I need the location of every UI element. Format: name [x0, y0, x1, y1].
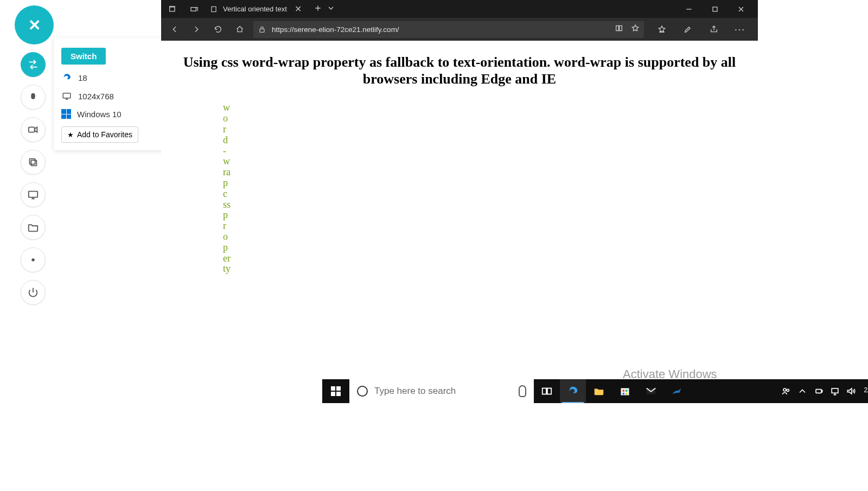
system-tray: [776, 379, 861, 403]
svg-rect-3: [29, 192, 38, 197]
svg-rect-10: [260, 29, 264, 32]
tab-title: Vertical oriented text: [223, 5, 287, 13]
svg-rect-17: [626, 393, 628, 395]
address-bar[interactable]: https://serene-elion-72ce21.netlify.com/: [253, 21, 644, 38]
lock-icon: [258, 25, 266, 34]
favorites-list-icon[interactable]: [654, 21, 670, 37]
windows-taskbar: Type here to search 9:57 AM 2/27/2019 5: [322, 379, 868, 403]
tab-close-icon[interactable]: ✕: [292, 4, 304, 14]
favorite-star-icon[interactable]: [631, 24, 640, 35]
svg-rect-1: [31, 160, 36, 165]
new-tab-button[interactable]: [314, 4, 322, 15]
screen-icon: [61, 91, 72, 101]
session-info-card: Switch 18 1024x768 Windows 10 ★ Add to F…: [54, 38, 172, 150]
svg-rect-11: [542, 388, 546, 394]
side-icons: [21, 52, 46, 305]
share-icon[interactable]: [706, 21, 722, 37]
window-maximize-button[interactable]: [707, 1, 723, 17]
close-icon: [28, 16, 41, 34]
browser-navbar: https://serene-elion-72ce21.netlify.com/: [161, 18, 758, 41]
start-button[interactable]: [322, 379, 349, 403]
windows-icon: [61, 109, 71, 119]
svg-point-18: [783, 388, 786, 391]
power-icon[interactable]: [21, 280, 46, 305]
svg-rect-6: [170, 7, 175, 11]
nav-forward-button[interactable]: [188, 21, 205, 37]
tray-chevron-up-icon[interactable]: [797, 386, 808, 397]
svg-rect-16: [622, 393, 624, 395]
svg-rect-21: [832, 388, 838, 393]
taskbar-app-mail[interactable]: [638, 379, 664, 403]
people-icon[interactable]: [781, 386, 792, 397]
tab-dropdown-icon[interactable]: [327, 4, 335, 15]
svg-rect-0: [29, 127, 35, 132]
reading-view-icon[interactable]: [615, 24, 623, 35]
windows-logo-icon: [331, 386, 341, 396]
browser-row: 18: [61, 72, 164, 83]
network-icon[interactable]: [829, 386, 840, 397]
clock-time: 9:57 AM: [864, 379, 868, 387]
svg-rect-14: [622, 390, 624, 392]
gear-icon[interactable]: [21, 247, 46, 272]
svg-rect-9: [713, 7, 717, 11]
nav-back-button[interactable]: [167, 21, 183, 37]
vertical-text-demo: word-wrap css property: [223, 103, 231, 275]
set-aside-tabs-icon[interactable]: [164, 1, 181, 17]
browser-tab[interactable]: Vertical oriented text ✕: [206, 0, 310, 18]
resolution-label: 1024x768: [78, 92, 114, 101]
svg-rect-20: [816, 390, 821, 393]
nav-home-button[interactable]: [232, 21, 248, 37]
page-heading: Using css word-wrap property as fallback…: [161, 54, 758, 87]
display-icon[interactable]: [21, 182, 46, 207]
window-titlebar: Vertical oriented text ✕: [161, 0, 758, 18]
browser-version-label: 18: [78, 73, 87, 82]
task-view-button[interactable]: [534, 379, 560, 403]
clock-date: 2/27/2019: [864, 387, 868, 394]
tabs-preview-icon[interactable]: [186, 1, 202, 17]
volume-icon[interactable]: [846, 386, 857, 397]
taskbar-app-edge[interactable]: [560, 379, 586, 403]
switch-icon[interactable]: [21, 52, 46, 77]
window-close-button[interactable]: [733, 1, 749, 17]
right-gutter: [758, 0, 868, 491]
resolution-row: 1024x768: [61, 91, 164, 101]
add-favorites-button[interactable]: ★ Add to Favorites: [61, 126, 138, 143]
copy-icon[interactable]: [21, 150, 46, 175]
tool-panel: Switch 18 1024x768 Windows 10 ★ Add to F…: [0, 0, 161, 491]
more-menu-icon[interactable]: [732, 21, 748, 37]
cortana-icon: [357, 386, 368, 397]
svg-point-4: [31, 258, 35, 262]
taskbar-search[interactable]: Type here to search: [349, 379, 534, 403]
os-row: Windows 10: [61, 109, 164, 119]
search-placeholder: Type here to search: [374, 386, 512, 397]
svg-rect-2: [30, 159, 35, 164]
close-session-button[interactable]: [15, 5, 54, 44]
remote-viewport: Vertical oriented text ✕ https://serene-…: [161, 0, 758, 447]
svg-rect-5: [63, 93, 71, 98]
video-icon[interactable]: [21, 117, 46, 142]
battery-icon[interactable]: [813, 386, 824, 397]
taskbar-clock[interactable]: 9:57 AM 2/27/2019: [861, 379, 868, 403]
taskbar-app-store[interactable]: [612, 379, 638, 403]
taskbar-app-wireshark[interactable]: [664, 379, 690, 403]
svg-rect-7: [191, 7, 196, 11]
url-text: https://serene-elion-72ce21.netlify.com/: [272, 25, 609, 34]
mic-icon[interactable]: [519, 385, 526, 397]
nav-refresh-button[interactable]: [210, 21, 226, 37]
switch-button[interactable]: Switch: [61, 48, 106, 65]
window-minimize-button[interactable]: [681, 1, 697, 17]
svg-rect-13: [621, 388, 629, 396]
folder-icon[interactable]: [21, 215, 46, 240]
svg-rect-12: [547, 388, 551, 394]
page-content: Using css word-wrap property as fallback…: [161, 41, 758, 423]
svg-rect-8: [212, 7, 216, 11]
notes-icon[interactable]: [680, 21, 696, 37]
os-label: Windows 10: [77, 110, 122, 119]
svg-rect-15: [626, 390, 628, 392]
star-icon: ★: [67, 131, 74, 139]
taskbar-app-explorer[interactable]: [586, 379, 612, 403]
add-favorites-label: Add to Favorites: [77, 130, 132, 139]
svg-point-19: [787, 389, 789, 391]
bug-icon[interactable]: [21, 85, 46, 110]
tab-page-icon: [210, 5, 218, 13]
